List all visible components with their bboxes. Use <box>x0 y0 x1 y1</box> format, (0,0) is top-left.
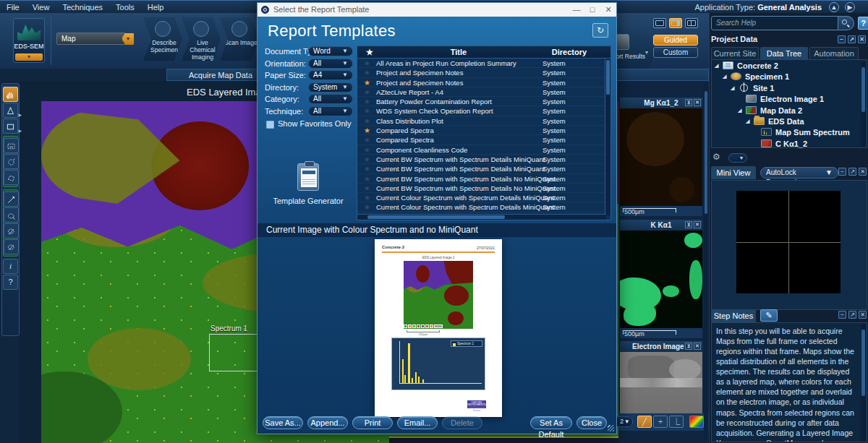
tree-item[interactable]: C Kα1_2 <box>712 138 867 149</box>
favorite-star-icon[interactable]: ★ <box>364 97 370 106</box>
technique-dropdown-strip[interactable]: ▾ <box>15 53 43 61</box>
favorite-star-icon[interactable]: ★ <box>364 145 370 155</box>
project-data-tab[interactable]: Current Site <box>711 47 759 59</box>
filter-dropdown[interactable]: All▼ <box>308 106 353 116</box>
close-icon[interactable]: ✕ <box>859 168 867 176</box>
favorite-star-icon[interactable]: ★ <box>364 155 370 164</box>
step-notes-tab[interactable]: Step Notes <box>711 309 756 322</box>
search-button[interactable] <box>838 16 854 30</box>
expander-icon[interactable]: ◢ <box>738 108 741 113</box>
table-row[interactable]: ★ Compared Spectra System <box>357 135 606 145</box>
annotation-tool[interactable]: ▶ <box>3 103 18 118</box>
workflow-step[interactable]: Scan Image <box>220 17 259 61</box>
next-step-button[interactable]: ▶ <box>845 2 855 12</box>
table-row[interactable]: ★ Current BW Spectrum with Spectrum Deta… <box>357 184 606 193</box>
filter-dropdown[interactable]: All▼ <box>308 59 353 69</box>
expander-icon[interactable]: ◢ <box>746 119 749 124</box>
table-row[interactable]: ★ Project and Specimen Notes System <box>357 68 606 77</box>
expander-icon[interactable]: ◢ <box>731 85 734 91</box>
lasso-subtract-tool[interactable] <box>4 223 19 238</box>
k-map-image[interactable] <box>620 231 702 328</box>
favorite-star-icon[interactable]: ★ <box>364 59 370 68</box>
close-icon[interactable]: ✕ <box>694 343 701 350</box>
workflow-step[interactable]: Live Chemical Imaging <box>182 17 221 61</box>
eds-sem-tile[interactable]: EDS-SEM ▾ <box>13 18 45 63</box>
annotate-line-button[interactable]: ╱ <box>637 416 652 428</box>
favorite-star-icon[interactable]: ★ <box>364 116 370 126</box>
footer-button[interactable]: Email... <box>397 416 438 429</box>
close-icon[interactable]: ✕ <box>858 35 866 43</box>
expand-icon[interactable]: ↗ <box>848 311 856 319</box>
project-data-tab[interactable]: Data Tree <box>760 47 808 59</box>
favorite-star-icon[interactable]: ★ <box>364 193 370 202</box>
pan-hand-tool[interactable] <box>3 87 18 102</box>
layout-split-button[interactable] <box>669 18 682 28</box>
contrast-curve-button[interactable]: ⎿ <box>669 416 684 428</box>
grid-region-tool[interactable] <box>4 138 19 153</box>
favorite-star-icon[interactable]: ★ <box>364 174 370 184</box>
refresh-button[interactable]: ↻ <box>592 23 608 38</box>
mini-view-dropdown[interactable]: AutoLock Progression▼ <box>760 167 838 179</box>
table-row[interactable]: ★ WDS System Check Operation Report Syst… <box>357 106 606 116</box>
gear-icon[interactable]: ⚙ <box>712 152 720 162</box>
k-map-header[interactable]: K Kα1 ⊻✕ <box>620 220 702 231</box>
tree-options-dropdown[interactable]: ▾ <box>728 153 747 163</box>
template-generator-icon[interactable] <box>297 163 319 191</box>
help-tool[interactable]: ? <box>3 275 18 290</box>
pin-icon[interactable]: ⊻ <box>685 99 692 106</box>
polygon-region-tool[interactable] <box>4 170 19 185</box>
close-icon[interactable]: ✕ <box>694 99 701 106</box>
tree-item[interactable]: ◢ Specimen 1 <box>712 71 867 82</box>
favorite-star-icon[interactable]: ★ <box>364 78 370 87</box>
tree-item[interactable]: ◢ Map Data 2 <box>712 105 867 116</box>
mini-view-tab[interactable]: Mini View <box>711 166 756 179</box>
workflow-step[interactable]: Describe Specimen <box>143 17 182 61</box>
electron-thumb-image[interactable] <box>620 352 702 413</box>
menu-item[interactable]: Techniques <box>56 1 109 14</box>
tree-item[interactable]: Map Sum Spectrum <box>712 126 867 137</box>
footer-button[interactable]: Save As... <box>263 416 303 429</box>
table-row[interactable]: ★ Project and Specimen Notes System <box>357 78 606 87</box>
tree-item[interactable]: ◢ Concrete 2 <box>712 60 867 71</box>
lasso-add-tool[interactable] <box>4 207 19 223</box>
expander-icon[interactable]: ◢ <box>715 63 718 69</box>
menu-item[interactable]: Tools <box>109 1 141 14</box>
table-row[interactable]: ★ All Areas in Project Run Completion Su… <box>357 59 606 68</box>
rotate-region-tool[interactable] <box>4 154 19 169</box>
pin-icon[interactable]: ⊻ <box>685 221 692 228</box>
custom-button[interactable]: Custom <box>653 47 698 58</box>
thumbnail-scrollbar[interactable] <box>704 82 708 439</box>
table-row[interactable]: ★ Current BW Spectrum with Spectrum Deta… <box>357 174 606 184</box>
maximize-icon[interactable]: □ <box>584 3 600 17</box>
menu-item[interactable]: Help <box>141 1 171 14</box>
lut-rainbow-button[interactable] <box>689 416 704 428</box>
close-icon[interactable]: ✕ <box>600 3 616 17</box>
table-row[interactable]: ★ Component Cleanliness Code System <box>357 145 606 155</box>
layout-grid-button[interactable] <box>685 18 698 28</box>
expander-icon[interactable]: ◢ <box>723 74 726 79</box>
resize-grip[interactable] <box>608 425 614 431</box>
project-data-tab[interactable]: Automation <box>809 47 859 59</box>
favorite-star-icon[interactable]: ★ <box>364 164 370 173</box>
menu-item[interactable]: View <box>26 1 56 14</box>
footer-right-button[interactable]: Close <box>576 416 607 429</box>
rectangle-select-tool[interactable]: ▶ <box>3 119 18 134</box>
expand-icon[interactable]: ↗ <box>848 168 856 176</box>
edit-notes-button[interactable]: ✎ <box>760 309 778 322</box>
minimize-icon[interactable]: − <box>838 311 846 319</box>
pin-icon[interactable]: ⊻ <box>685 343 692 350</box>
table-row[interactable]: ★ Compared Spectra System <box>357 126 606 135</box>
footer-button[interactable]: Append... <box>307 416 348 429</box>
tree-scrollbar[interactable] <box>861 61 866 147</box>
tree-item[interactable]: ◢ EDS Data <box>712 116 867 126</box>
electron-image-header[interactable]: Electron Image 1 ⊻✕ <box>620 341 702 352</box>
spectrum-region-box[interactable] <box>209 334 260 371</box>
collapse-ribbon-button[interactable]: ▲ <box>829 2 839 12</box>
mode-dropdown[interactable]: Map ▾ <box>56 33 135 45</box>
info-tool[interactable]: i <box>3 259 18 274</box>
expand-icon[interactable]: ↗ <box>848 35 856 43</box>
filter-dropdown[interactable]: System▼ <box>308 82 353 93</box>
favorite-star-icon[interactable]: ★ <box>366 46 373 58</box>
favorite-star-icon[interactable]: ★ <box>364 126 370 135</box>
help-button[interactable]: ? <box>858 17 868 30</box>
